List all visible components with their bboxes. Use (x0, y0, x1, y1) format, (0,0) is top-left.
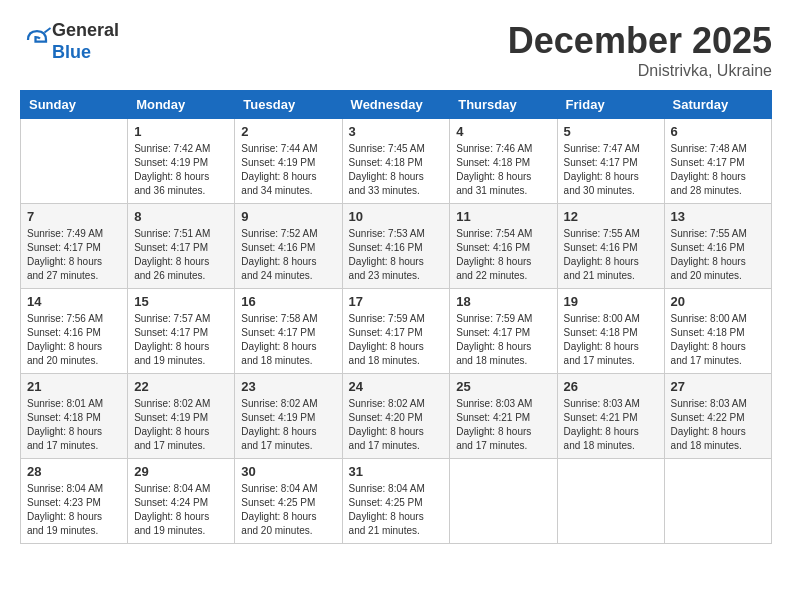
day-number: 7 (27, 209, 121, 224)
day-info: Sunrise: 8:02 AM Sunset: 4:20 PM Dayligh… (349, 397, 444, 453)
calendar-cell: 15Sunrise: 7:57 AM Sunset: 4:17 PM Dayli… (128, 289, 235, 374)
calendar-cell: 25Sunrise: 8:03 AM Sunset: 4:21 PM Dayli… (450, 374, 557, 459)
day-info: Sunrise: 8:02 AM Sunset: 4:19 PM Dayligh… (134, 397, 228, 453)
calendar-cell: 27Sunrise: 8:03 AM Sunset: 4:22 PM Dayli… (664, 374, 771, 459)
day-info: Sunrise: 7:44 AM Sunset: 4:19 PM Dayligh… (241, 142, 335, 198)
day-number: 15 (134, 294, 228, 309)
day-info: Sunrise: 7:42 AM Sunset: 4:19 PM Dayligh… (134, 142, 228, 198)
day-number: 5 (564, 124, 658, 139)
calendar-cell (557, 459, 664, 544)
weekday-header: Wednesday (342, 91, 450, 119)
title-block: December 2025 Dnistrivka, Ukraine (508, 20, 772, 80)
calendar-week-row: 28Sunrise: 8:04 AM Sunset: 4:23 PM Dayli… (21, 459, 772, 544)
logo: General Blue (20, 20, 119, 63)
day-info: Sunrise: 7:48 AM Sunset: 4:17 PM Dayligh… (671, 142, 765, 198)
day-number: 30 (241, 464, 335, 479)
weekday-header: Friday (557, 91, 664, 119)
calendar-week-row: 21Sunrise: 8:01 AM Sunset: 4:18 PM Dayli… (21, 374, 772, 459)
day-info: Sunrise: 8:03 AM Sunset: 4:22 PM Dayligh… (671, 397, 765, 453)
day-number: 2 (241, 124, 335, 139)
day-info: Sunrise: 7:46 AM Sunset: 4:18 PM Dayligh… (456, 142, 550, 198)
day-number: 14 (27, 294, 121, 309)
day-number: 13 (671, 209, 765, 224)
calendar-cell: 16Sunrise: 7:58 AM Sunset: 4:17 PM Dayli… (235, 289, 342, 374)
logo-text: General Blue (52, 20, 119, 63)
day-info: Sunrise: 8:01 AM Sunset: 4:18 PM Dayligh… (27, 397, 121, 453)
day-number: 17 (349, 294, 444, 309)
calendar-cell: 31Sunrise: 8:04 AM Sunset: 4:25 PM Dayli… (342, 459, 450, 544)
day-info: Sunrise: 7:59 AM Sunset: 4:17 PM Dayligh… (456, 312, 550, 368)
day-info: Sunrise: 7:58 AM Sunset: 4:17 PM Dayligh… (241, 312, 335, 368)
day-number: 3 (349, 124, 444, 139)
day-number: 12 (564, 209, 658, 224)
day-number: 8 (134, 209, 228, 224)
calendar-cell: 28Sunrise: 8:04 AM Sunset: 4:23 PM Dayli… (21, 459, 128, 544)
day-info: Sunrise: 8:03 AM Sunset: 4:21 PM Dayligh… (564, 397, 658, 453)
day-info: Sunrise: 7:47 AM Sunset: 4:17 PM Dayligh… (564, 142, 658, 198)
day-number: 1 (134, 124, 228, 139)
calendar-week-row: 7Sunrise: 7:49 AM Sunset: 4:17 PM Daylig… (21, 204, 772, 289)
calendar-cell: 11Sunrise: 7:54 AM Sunset: 4:16 PM Dayli… (450, 204, 557, 289)
day-number: 24 (349, 379, 444, 394)
day-number: 11 (456, 209, 550, 224)
calendar-cell: 24Sunrise: 8:02 AM Sunset: 4:20 PM Dayli… (342, 374, 450, 459)
month-title: December 2025 (508, 20, 772, 62)
calendar-cell: 26Sunrise: 8:03 AM Sunset: 4:21 PM Dayli… (557, 374, 664, 459)
day-info: Sunrise: 7:55 AM Sunset: 4:16 PM Dayligh… (671, 227, 765, 283)
page-header: General Blue December 2025 Dnistrivka, U… (20, 20, 772, 80)
calendar-cell: 17Sunrise: 7:59 AM Sunset: 4:17 PM Dayli… (342, 289, 450, 374)
calendar-cell: 23Sunrise: 8:02 AM Sunset: 4:19 PM Dayli… (235, 374, 342, 459)
calendar-week-row: 14Sunrise: 7:56 AM Sunset: 4:16 PM Dayli… (21, 289, 772, 374)
day-info: Sunrise: 8:04 AM Sunset: 4:23 PM Dayligh… (27, 482, 121, 538)
day-info: Sunrise: 7:57 AM Sunset: 4:17 PM Dayligh… (134, 312, 228, 368)
calendar-cell: 29Sunrise: 8:04 AM Sunset: 4:24 PM Dayli… (128, 459, 235, 544)
weekday-header: Saturday (664, 91, 771, 119)
day-info: Sunrise: 8:04 AM Sunset: 4:25 PM Dayligh… (241, 482, 335, 538)
calendar-cell: 9Sunrise: 7:52 AM Sunset: 4:16 PM Daylig… (235, 204, 342, 289)
calendar-cell: 4Sunrise: 7:46 AM Sunset: 4:18 PM Daylig… (450, 119, 557, 204)
calendar-cell: 22Sunrise: 8:02 AM Sunset: 4:19 PM Dayli… (128, 374, 235, 459)
day-number: 6 (671, 124, 765, 139)
day-number: 26 (564, 379, 658, 394)
day-info: Sunrise: 7:56 AM Sunset: 4:16 PM Dayligh… (27, 312, 121, 368)
day-info: Sunrise: 8:02 AM Sunset: 4:19 PM Dayligh… (241, 397, 335, 453)
day-number: 27 (671, 379, 765, 394)
calendar-cell: 7Sunrise: 7:49 AM Sunset: 4:17 PM Daylig… (21, 204, 128, 289)
calendar-cell: 5Sunrise: 7:47 AM Sunset: 4:17 PM Daylig… (557, 119, 664, 204)
weekday-header: Monday (128, 91, 235, 119)
day-info: Sunrise: 7:59 AM Sunset: 4:17 PM Dayligh… (349, 312, 444, 368)
calendar-cell: 14Sunrise: 7:56 AM Sunset: 4:16 PM Dayli… (21, 289, 128, 374)
calendar-cell: 6Sunrise: 7:48 AM Sunset: 4:17 PM Daylig… (664, 119, 771, 204)
day-number: 23 (241, 379, 335, 394)
day-number: 20 (671, 294, 765, 309)
weekday-header: Sunday (21, 91, 128, 119)
calendar-cell: 1Sunrise: 7:42 AM Sunset: 4:19 PM Daylig… (128, 119, 235, 204)
day-number: 19 (564, 294, 658, 309)
calendar-cell: 20Sunrise: 8:00 AM Sunset: 4:18 PM Dayli… (664, 289, 771, 374)
day-number: 4 (456, 124, 550, 139)
calendar-cell: 30Sunrise: 8:04 AM Sunset: 4:25 PM Dayli… (235, 459, 342, 544)
calendar-cell (450, 459, 557, 544)
calendar-cell (21, 119, 128, 204)
day-number: 29 (134, 464, 228, 479)
logo-icon (22, 25, 52, 55)
day-info: Sunrise: 7:51 AM Sunset: 4:17 PM Dayligh… (134, 227, 228, 283)
day-number: 21 (27, 379, 121, 394)
calendar-cell (664, 459, 771, 544)
day-info: Sunrise: 8:03 AM Sunset: 4:21 PM Dayligh… (456, 397, 550, 453)
day-number: 16 (241, 294, 335, 309)
calendar-cell: 12Sunrise: 7:55 AM Sunset: 4:16 PM Dayli… (557, 204, 664, 289)
calendar-cell: 19Sunrise: 8:00 AM Sunset: 4:18 PM Dayli… (557, 289, 664, 374)
day-info: Sunrise: 8:04 AM Sunset: 4:25 PM Dayligh… (349, 482, 444, 538)
calendar-cell: 3Sunrise: 7:45 AM Sunset: 4:18 PM Daylig… (342, 119, 450, 204)
day-info: Sunrise: 8:00 AM Sunset: 4:18 PM Dayligh… (671, 312, 765, 368)
day-info: Sunrise: 7:52 AM Sunset: 4:16 PM Dayligh… (241, 227, 335, 283)
weekday-header: Tuesday (235, 91, 342, 119)
day-number: 9 (241, 209, 335, 224)
day-info: Sunrise: 8:00 AM Sunset: 4:18 PM Dayligh… (564, 312, 658, 368)
day-info: Sunrise: 7:55 AM Sunset: 4:16 PM Dayligh… (564, 227, 658, 283)
day-number: 10 (349, 209, 444, 224)
day-number: 31 (349, 464, 444, 479)
calendar-cell: 21Sunrise: 8:01 AM Sunset: 4:18 PM Dayli… (21, 374, 128, 459)
day-info: Sunrise: 7:54 AM Sunset: 4:16 PM Dayligh… (456, 227, 550, 283)
